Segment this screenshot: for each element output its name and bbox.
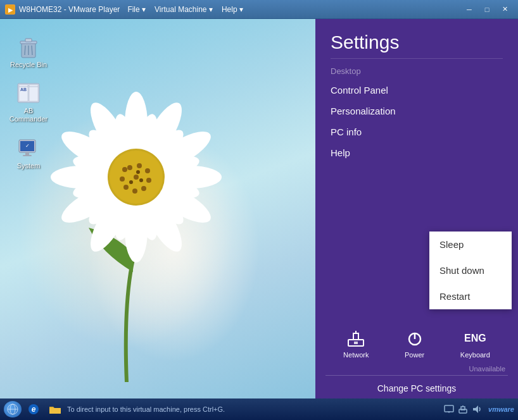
titlebar-left: ▶ W8HOME32 - VMware Player File ▾ Virtua… [5,4,247,15]
settings-item-control-panel[interactable]: Control Panel [315,80,518,101]
recycle-bin-icon [16,34,41,59]
svg-text:✓: ✓ [25,143,30,149]
titlebar-title: W8HOME32 - VMware Player [19,5,120,14]
ie-icon: e [27,402,41,416]
settings-item-pc-info[interactable]: PC info [315,121,518,142]
start-button[interactable] [4,401,22,417]
settings-item-personalization[interactable]: Personalization [315,101,518,121]
globe-icon [7,404,18,415]
svg-rect-49 [29,85,38,101]
svg-text:AB: AB [20,87,27,92]
ab-commander-label: AB Commander [9,107,48,123]
status-text: To direct input to this virtual machine,… [67,405,441,413]
power-dropdown: Sleep Shut down Restart [429,232,512,309]
desktop-icons: Recycle Bin AB AB Commander [6,32,51,173]
menu-virtual-machine[interactable]: Virtual Machine ▾ [151,4,217,15]
speaker-tray-icon [472,404,482,414]
network-tray-icon [458,404,468,414]
change-pc-settings-button[interactable]: Change PC settings [315,376,518,401]
menu-help[interactable]: Help ▾ [218,4,247,15]
svg-line-44 [25,46,25,55]
main-area: Recycle Bin AB AB Commander [0,19,518,401]
desktop-icon-ab-commander[interactable]: AB AB Commander [6,78,51,126]
settings-keyboard-button[interactable]: ENG Keyboard [455,324,495,362]
vmware-player-icon: ▶ [5,4,15,15]
system-label: System [17,162,41,170]
monitor-tray-icon [444,404,454,414]
power-shutdown-item[interactable]: Shut down [429,257,512,283]
svg-rect-62 [354,342,358,344]
taskbar-ie-button[interactable]: e [24,400,43,418]
keyboard-eng-display: ENG [465,328,485,349]
system-icon: ✓ [16,135,41,161]
svg-line-46 [32,46,32,55]
svg-rect-70 [49,408,61,414]
settings-icons-row: Network Power ENG Keyboard [315,317,518,370]
svg-text:e: e [32,405,36,414]
unavailable-label: Unavailable [469,365,505,373]
network-label: Network [343,351,369,359]
power-icon [405,328,425,349]
svg-text:▶: ▶ [8,7,13,13]
titlebar: ▶ W8HOME32 - VMware Player File ▾ Virtua… [0,0,518,19]
svg-rect-56 [23,155,32,156]
titlebar-controls: ─ □ ✕ [461,3,513,16]
network-icon [346,328,366,349]
svg-rect-55 [25,152,29,155]
svg-rect-75 [461,407,465,410]
svg-rect-71 [445,405,453,412]
power-label: Power [405,351,424,359]
settings-item-desktop: Desktop [315,63,518,80]
svg-rect-43 [25,39,32,42]
close-button[interactable]: ✕ [496,3,513,16]
unavailable-area: Unavailable [315,365,518,373]
desktop-icon-recycle-bin[interactable]: Recycle Bin [6,32,51,71]
recycle-bin-label: Recycle Bin [10,61,47,69]
desktop: Recycle Bin AB AB Commander [0,19,315,401]
desktop-icon-system[interactable]: ✓ System [6,133,51,173]
taskbar: e To direct input to this virtual machin… [0,398,518,420]
svg-rect-59 [353,333,358,340]
taskbar-folder-button[interactable] [46,400,65,418]
power-sleep-item[interactable]: Sleep [429,232,512,257]
taskbar-right: vmware [444,404,514,414]
ab-commander-icon: AB [16,80,41,106]
maximize-button[interactable]: □ [479,3,495,16]
settings-power-button[interactable]: Power [400,324,430,362]
settings-panel: Settings Desktop Control Panel Personali… [315,19,518,401]
vmware-logo: vmware [488,405,514,413]
settings-item-help[interactable]: Help [315,142,518,163]
folder-icon [48,402,62,416]
titlebar-menu: File ▾ Virtual Machine ▾ Help ▾ [123,4,247,15]
settings-network-button[interactable]: Network [338,324,374,362]
minimize-button[interactable]: ─ [461,3,477,16]
settings-title: Settings [315,19,518,58]
keyboard-label: Keyboard [460,351,490,359]
power-restart-item[interactable]: Restart [429,283,512,309]
keyboard-eng-text: ENG [464,333,486,344]
menu-file[interactable]: File ▾ [123,4,149,15]
